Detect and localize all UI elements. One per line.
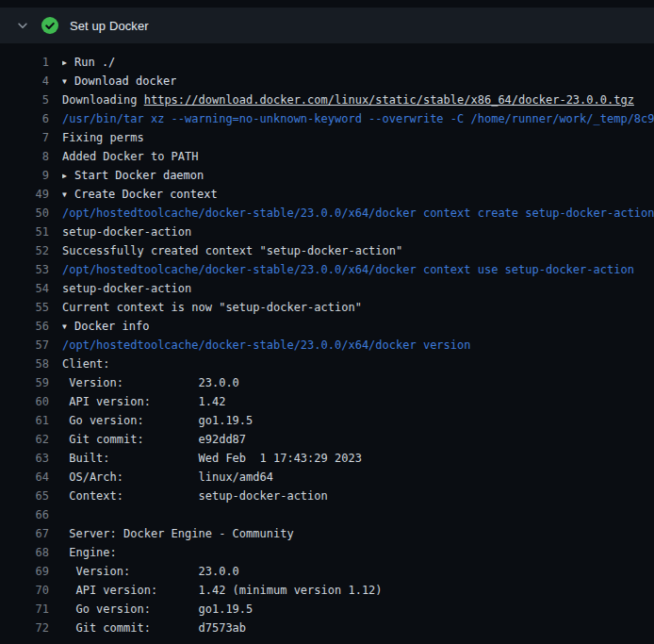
log-text: Downloading https://download.docker.com/… xyxy=(62,91,634,109)
group-collapsed-icon[interactable]: ▶ xyxy=(62,167,74,185)
line-number[interactable]: 5 xyxy=(0,91,49,109)
group-expanded-icon[interactable]: ▼ xyxy=(62,318,74,336)
log-group-title[interactable]: ▶Start Docker daemon xyxy=(62,166,204,185)
log-segment: Added Docker to PATH xyxy=(62,150,199,163)
log-line: 7Fixing perms xyxy=(0,128,654,147)
chevron-down-icon[interactable] xyxy=(15,18,30,33)
log-segment: Git commit: d7573ab xyxy=(62,621,246,635)
log-line: 4▼Download docker xyxy=(0,72,654,91)
line-number[interactable]: 69 xyxy=(0,562,49,581)
success-check-icon xyxy=(41,17,58,34)
log-segment: Version: 23.0.0 xyxy=(62,565,239,578)
log-group-title[interactable]: ▼Docker info xyxy=(62,317,149,336)
log-text: /usr/bin/tar xz --warning=no-unknown-key… xyxy=(62,109,654,128)
line-number[interactable]: 70 xyxy=(0,581,49,600)
log-segment: Download docker xyxy=(74,74,176,88)
log-line: 60 API version: 1.42 xyxy=(0,392,654,411)
log-line: 1▶Run ./ xyxy=(0,53,654,72)
log-line: 69 Version: 23.0.0 xyxy=(0,562,654,581)
group-collapsed-icon[interactable]: ▶ xyxy=(62,54,74,72)
log-text: setup-docker-action xyxy=(62,279,191,298)
log-text: /opt/hostedtoolcache/docker-stable/23.0.… xyxy=(62,204,654,223)
log-group-title[interactable]: ▼Create Docker context xyxy=(62,185,218,204)
log-segment: API version: 1.42 xyxy=(62,395,225,408)
line-number[interactable]: 58 xyxy=(0,355,49,373)
log-segment: Server: Docker Engine - Community xyxy=(62,527,294,540)
line-number[interactable]: 72 xyxy=(0,619,49,637)
group-expanded-icon[interactable]: ▼ xyxy=(62,73,74,91)
line-number[interactable]: 63 xyxy=(0,449,49,468)
log-segment: setup-docker-action xyxy=(62,225,191,239)
log-line: 6/usr/bin/tar xz --warning=no-unknown-ke… xyxy=(0,109,654,128)
log-line: 8Added Docker to PATH xyxy=(0,147,654,166)
line-number[interactable]: 66 xyxy=(0,505,49,524)
line-number[interactable]: 9 xyxy=(0,166,49,185)
log-line: 65 Context: setup-docker-action xyxy=(0,487,654,505)
line-number[interactable]: 57 xyxy=(0,336,49,355)
log-group-title[interactable]: ▶Run ./ xyxy=(62,53,115,72)
log-segment: Start Docker daemon xyxy=(74,169,204,182)
log-text: Server: Docker Engine - Community xyxy=(62,524,294,543)
log-segment: Create Docker context xyxy=(74,188,218,201)
log-segment: Version: 23.0.0 xyxy=(62,376,239,389)
line-number[interactable]: 7 xyxy=(0,128,49,147)
log-container: 1▶Run ./4▼Download docker5Downloading ht… xyxy=(0,43,654,637)
line-number[interactable]: 55 xyxy=(0,298,49,317)
line-number[interactable]: 60 xyxy=(0,392,49,411)
log-text: Client: xyxy=(62,355,110,373)
log-text: Go version: go1.19.5 xyxy=(62,411,253,430)
log-segment: Docker info xyxy=(74,320,149,333)
line-number[interactable]: 67 xyxy=(0,524,49,543)
line-number[interactable]: 59 xyxy=(0,373,49,392)
log-text: Current context is now "setup-docker-act… xyxy=(62,298,362,317)
log-segment: Go version: go1.19.5 xyxy=(62,603,253,616)
line-number[interactable]: 50 xyxy=(0,204,49,223)
log-text: OS/Arch: linux/amd64 xyxy=(62,468,273,487)
log-line: 68 Engine: xyxy=(0,543,654,562)
line-number[interactable]: 71 xyxy=(0,600,49,619)
step-header[interactable]: Set up Docker xyxy=(0,8,654,43)
log-group-title[interactable]: ▼Download docker xyxy=(62,72,176,91)
log-text: Context: setup-docker-action xyxy=(62,487,328,505)
line-number[interactable]: 49 xyxy=(0,185,49,204)
line-number[interactable]: 52 xyxy=(0,241,49,260)
line-number[interactable]: 54 xyxy=(0,279,49,298)
log-line: 51setup-docker-action xyxy=(0,223,654,241)
line-number[interactable]: 8 xyxy=(0,147,49,166)
group-expanded-icon[interactable]: ▼ xyxy=(62,186,74,204)
log-segment: API version: 1.42 (minimum version 1.12) xyxy=(62,584,383,597)
log-text: setup-docker-action xyxy=(62,223,191,241)
line-number[interactable]: 62 xyxy=(0,430,49,449)
log-link[interactable]: https://download.docker.com/linux/static… xyxy=(144,93,634,107)
log-line: 58Client: xyxy=(0,355,654,373)
log-line: 64 OS/Arch: linux/amd64 xyxy=(0,468,654,487)
log-segment: Run ./ xyxy=(74,56,115,69)
log-command-text: /opt/hostedtoolcache/docker-stable/23.0.… xyxy=(62,263,634,276)
log-line: 63 Built: Wed Feb 1 17:43:29 2023 xyxy=(0,449,654,468)
log-segment: Engine: xyxy=(62,546,117,559)
line-number[interactable]: 56 xyxy=(0,317,49,336)
log-text: API version: 1.42 (minimum version 1.12) xyxy=(62,581,383,600)
log-segment: Context: setup-docker-action xyxy=(62,489,328,503)
log-text: Built: Wed Feb 1 17:43:29 2023 xyxy=(62,449,362,468)
log-segment: Git commit: e92dd87 xyxy=(62,433,246,446)
log-line: 70 API version: 1.42 (minimum version 1.… xyxy=(0,581,654,600)
log-line: 66 xyxy=(0,505,654,524)
log-segment: Fixing perms xyxy=(62,131,144,144)
line-number[interactable]: 1 xyxy=(0,53,49,72)
log-segment: Client: xyxy=(62,357,110,371)
line-number[interactable]: 4 xyxy=(0,72,49,91)
line-number[interactable]: 6 xyxy=(0,109,49,128)
log-line: 61 Go version: go1.19.5 xyxy=(0,411,654,430)
line-number[interactable]: 65 xyxy=(0,487,49,505)
line-number[interactable]: 68 xyxy=(0,543,49,562)
log-line: 50/opt/hostedtoolcache/docker-stable/23.… xyxy=(0,204,654,223)
line-number[interactable]: 61 xyxy=(0,411,49,430)
log-text: API version: 1.42 xyxy=(62,392,225,411)
log-line: 52Successfully created context "setup-do… xyxy=(0,241,654,260)
line-number[interactable]: 53 xyxy=(0,260,49,279)
log-text: Git commit: e92dd87 xyxy=(62,430,246,449)
line-number[interactable]: 51 xyxy=(0,223,49,241)
line-number[interactable]: 64 xyxy=(0,468,49,487)
log-line: 9▶Start Docker daemon xyxy=(0,166,654,185)
